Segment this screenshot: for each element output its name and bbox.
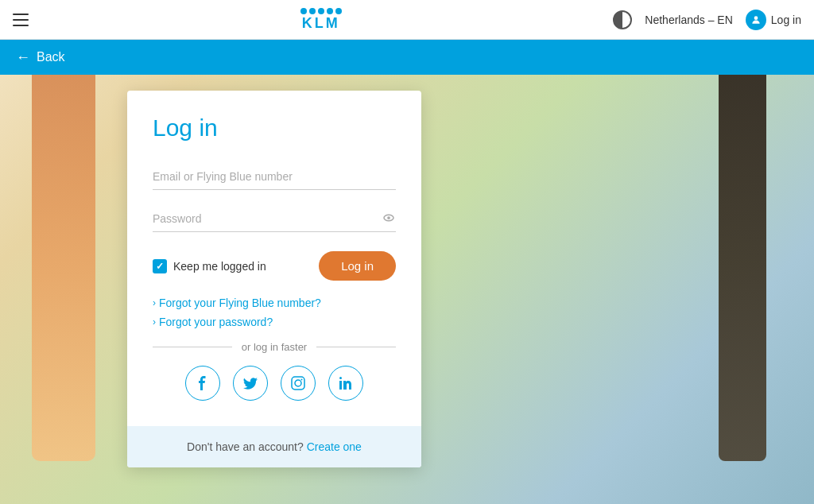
- create-account-link[interactable]: Create one: [307, 440, 362, 453]
- svg-point-0: [754, 16, 758, 20]
- divider-line-right: [316, 347, 396, 347]
- crown-decoration: [300, 8, 342, 14]
- crown-dot-2: [309, 8, 316, 14]
- topbar-right: Netherlands – EN Log in: [613, 10, 801, 30]
- chevron-icon-1: ›: [153, 297, 156, 308]
- contrast-icon[interactable]: [613, 10, 632, 29]
- backbar: ← Back: [0, 40, 814, 75]
- forgot-password-link[interactable]: Forgot your password?: [159, 316, 273, 328]
- remember-me-group: Keep me logged in: [153, 259, 266, 273]
- login-title: Log in: [153, 114, 396, 142]
- main-content: Log in Keep me l: [0, 75, 814, 504]
- linkedin-login-button[interactable]: [328, 366, 363, 401]
- social-icons-row: [153, 366, 396, 401]
- facebook-login-button[interactable]: [185, 366, 220, 401]
- divider-line-left: [153, 347, 232, 347]
- login-card: Log in Keep me l: [127, 91, 421, 467]
- password-field-group: [153, 206, 396, 232]
- svg-point-5: [301, 379, 303, 381]
- svg-rect-3: [292, 377, 304, 390]
- remember-me-label: Keep me logged in: [173, 260, 266, 273]
- forgot-password-link-item: › Forgot your password?: [153, 316, 396, 328]
- crown-dot-5: [335, 8, 342, 14]
- hamburger-menu-icon[interactable]: [13, 14, 29, 26]
- crown-dot-1: [300, 8, 307, 14]
- email-input[interactable]: [153, 164, 396, 190]
- password-wrapper: [153, 206, 396, 232]
- svg-rect-6: [339, 381, 342, 390]
- back-label[interactable]: Back: [37, 50, 65, 64]
- crown-dot-4: [327, 8, 333, 14]
- klm-wordmark: KLM: [302, 15, 340, 32]
- svg-point-4: [295, 380, 301, 386]
- card-body: Log in Keep me l: [127, 91, 421, 426]
- crown-dot-3: [318, 8, 324, 14]
- password-input[interactable]: [153, 206, 396, 232]
- login-button[interactable]: Log in: [319, 251, 396, 281]
- forgot-flying-blue-link[interactable]: Forgot your Flying Blue number?: [159, 297, 321, 309]
- email-field-group: [153, 164, 396, 190]
- topbar-left: [13, 14, 29, 26]
- card-footer: Don't have an account? Create one: [127, 426, 421, 467]
- password-eye-icon[interactable]: [382, 211, 396, 228]
- divider-section: or log in faster: [153, 341, 396, 353]
- instagram-login-button[interactable]: [281, 366, 316, 401]
- no-account-text: Don't have an account?: [187, 440, 304, 453]
- back-arrow-icon[interactable]: ←: [16, 49, 30, 66]
- language-selector[interactable]: Netherlands – EN: [645, 14, 733, 26]
- chevron-icon-2: ›: [153, 316, 156, 328]
- login-nav-button[interactable]: Log in: [746, 10, 801, 30]
- form-actions: Keep me logged in Log in: [153, 251, 396, 281]
- svg-point-2: [387, 216, 390, 219]
- svg-point-7: [339, 377, 342, 379]
- klm-logo[interactable]: KLM: [300, 8, 342, 32]
- links-section: › Forgot your Flying Blue number? › Forg…: [153, 297, 396, 328]
- divider-text: or log in faster: [242, 341, 307, 353]
- topbar: KLM Netherlands – EN Log in: [0, 0, 814, 40]
- forgot-flying-blue-link-item: › Forgot your Flying Blue number?: [153, 297, 396, 309]
- login-nav-label: Log in: [771, 14, 801, 26]
- remember-me-checkbox[interactable]: [153, 259, 167, 273]
- user-avatar-icon: [746, 10, 766, 30]
- twitter-login-button[interactable]: [233, 366, 268, 401]
